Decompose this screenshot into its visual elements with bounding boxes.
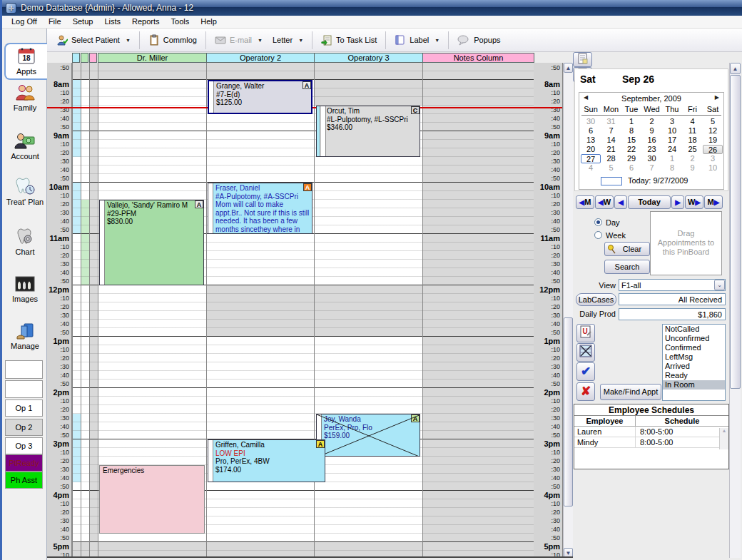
status-item-notcalled[interactable]: NotCalled [663,325,725,334]
appointment-fraser[interactable]: Fraser, Daniel#A-Pulpotomy, #A-SSCPriMom… [208,183,312,234]
today-button[interactable]: Today [628,195,671,209]
back-week-button[interactable]: ◀W [595,195,614,209]
set-complete-button[interactable]: ✔ [576,362,595,381]
calendar-day[interactable]: 9 [642,126,662,136]
appointment-grange[interactable]: Grange, Walter#7-E(d)$125.00A [208,80,312,114]
employee-list-scrollbar[interactable]: ▲ [719,428,728,449]
calendar-next-month-icon[interactable]: ▶ [715,94,719,101]
op-view-button-ptready[interactable]: PtReady [5,454,43,472]
calendar-day[interactable]: 2 [642,117,662,126]
forward-month-button[interactable]: M▶ [704,195,723,209]
column-header-notes[interactable]: Notes Column [422,53,534,63]
appointment-joy[interactable]: Joy, WandaPerEx, Pro, Flo$159.00A [316,414,420,457]
menu-item-file[interactable]: File [43,16,67,28]
break-appointment-button[interactable] [576,343,595,362]
search-button[interactable]: Search [604,260,650,274]
calendar-day[interactable]: 16 [642,136,662,145]
calendar-day[interactable]: 8 [621,126,641,136]
panel-scroll-thumb[interactable] [730,75,741,389]
menu-item-lists[interactable]: Lists [98,16,126,28]
sidebar-module-chart[interactable]: Chart [4,227,46,256]
sidebar-module-manage[interactable]: Manage [4,321,46,350]
op-view-button-phasst[interactable]: Ph Asst [5,472,43,489]
calendar-day-today[interactable]: 27 [581,154,601,163]
forward-day-button[interactable]: ▶ [671,195,684,209]
toolbar-button-commlog[interactable]: Commlog [143,31,202,50]
calendar-day[interactable]: 11 [683,126,703,136]
column-header-op3[interactable]: Operatory 3 [314,53,423,63]
calendar-day[interactable]: 25 [683,145,703,154]
calendar-day[interactable]: 21 [601,145,621,154]
calendar-day[interactable]: 3 [703,154,723,163]
blockout-emergencies[interactable]: Emergencies [99,465,205,534]
grid-scrollbar[interactable]: ▲▼ [563,63,573,558]
calendar-day-selected[interactable]: 26 [703,145,723,154]
sidebar-module-account[interactable]: Account [4,131,46,161]
calendar-day[interactable]: 17 [662,136,682,145]
toolbar-button-select-patient[interactable]: Select Patient▼ [51,31,136,50]
status-item-confirmed[interactable]: Confirmed [663,343,725,352]
month-calendar[interactable]: ◀September, 2009▶SunMonTueWedThuFriSat30… [579,92,724,190]
sidebar-module-appts[interactable]: 18Appts [4,43,47,80]
back-day-button[interactable]: ◀ [614,195,627,209]
calendar-day[interactable]: 4 [581,163,601,173]
appointment-orcut[interactable]: Orcut, Tim#L-Pulpotomy, #L-SSCPri$346.00… [316,106,420,157]
toolbar-button-letter[interactable]: Letter▼ [268,31,308,50]
delete-appointment-button[interactable]: ✘ [576,382,595,401]
dropdown-arrow-icon[interactable]: ▼ [298,38,303,43]
sidebar-module-images[interactable]: Images [4,274,46,303]
sidebar-module-family[interactable]: Family [4,83,46,112]
calendar-day[interactable]: 18 [683,136,703,145]
calendar-day[interactable]: 4 [683,117,703,126]
grid-scroll-down-icon[interactable]: ▼ [564,548,573,558]
calendar-day[interactable]: 19 [703,136,723,145]
calendar-day[interactable]: 2 [683,154,703,163]
pinboard-clear-button[interactable]: Clear [604,242,650,256]
make-find-appt-button[interactable]: Make/Find Appt [600,384,661,400]
grid-scroll-up-icon[interactable]: ▲ [564,63,573,73]
calendar-today-box[interactable] [601,177,622,185]
calendar-day[interactable]: 3 [662,117,682,126]
op-view-button-op3[interactable]: Op 3 [5,437,43,454]
day-view-radio[interactable] [594,218,602,226]
view-dropdown-arrow-icon[interactable]: ⌄ [714,280,725,290]
calendar-day[interactable]: 20 [581,145,601,154]
grid-scroll-thumb[interactable] [564,317,573,506]
calendar-day[interactable]: 8 [662,163,682,173]
calendar-day[interactable]: 10 [703,163,723,173]
calendar-day[interactable]: 5 [703,117,723,126]
calendar-day[interactable]: 23 [642,145,662,154]
sidebar-module-treatplan[interactable]: Treat' Plan [4,177,46,206]
panel-scroll-up-icon[interactable]: ▲ [730,63,741,74]
op-view-button-op2[interactable]: Op 2 [5,419,43,436]
calendar-day[interactable]: 9 [683,163,703,173]
appointment-vallejo[interactable]: Vallejo, 'Sandy' Ramiro M#29-PFM$830.00A [99,200,204,285]
appointment-griffen[interactable]: Griffen, CamillaLOW EPIPro, PerEx, 4BW$1… [208,439,325,482]
confirmation-status-list[interactable]: NotCalledUnconfirmedConfirmedLeftMsgArri… [662,324,726,401]
status-item-arrived[interactable]: Arrived [663,362,725,371]
calendar-day[interactable]: 7 [642,163,662,173]
status-item-leftmsg[interactable]: LeftMsg [663,352,725,362]
calendar-day[interactable]: 31 [601,117,621,126]
view-dropdown[interactable]: F1-all ⌄ [619,279,726,291]
status-item-in-room[interactable]: In Room [663,380,725,390]
dropdown-arrow-icon[interactable]: ▼ [434,38,439,43]
toolbar-button-label[interactable]: Label▼ [390,31,444,50]
calendar-day[interactable]: 28 [601,154,621,163]
calendar-day[interactable]: 24 [662,145,682,154]
calendar-day[interactable]: 1 [621,117,641,126]
toolbar-button-to-task-list[interactable]: To Task List [316,31,382,50]
op-view-button-op1[interactable]: Op 1 [5,399,43,417]
menu-item-log-off[interactable]: Log Off [6,16,43,28]
menu-item-setup[interactable]: Setup [67,16,99,28]
calendar-day[interactable]: 6 [581,126,601,136]
calendar-day[interactable]: 30 [642,154,662,163]
calendar-day[interactable]: 22 [621,145,641,154]
column-header-op2[interactable]: Operatory 2 [206,53,315,63]
back-month-button[interactable]: ◀M [576,195,594,209]
calendar-day[interactable]: 15 [621,136,641,145]
status-item-ready[interactable]: Ready [663,371,725,380]
view-appointment-note-button[interactable] [573,52,592,67]
calendar-day[interactable]: 14 [601,136,621,145]
calendar-day[interactable]: 6 [621,163,641,173]
